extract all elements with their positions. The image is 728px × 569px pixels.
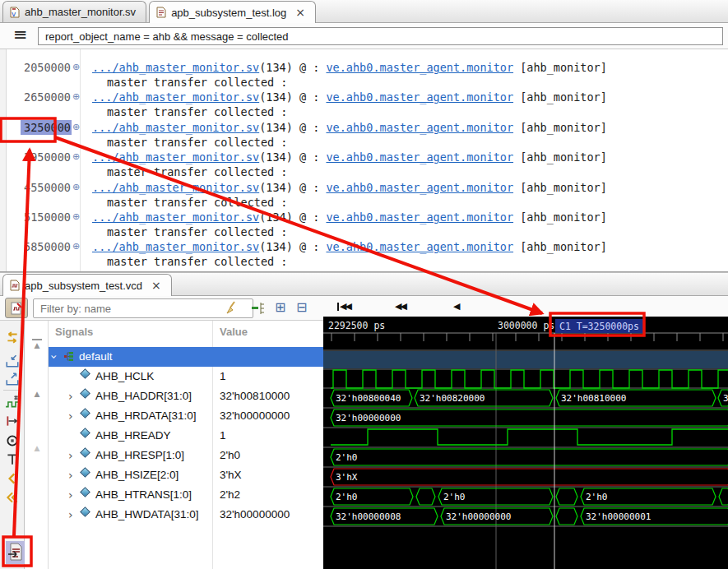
signal-name: AHB_HRESP[1:0] <box>95 449 184 461</box>
log-entry: 2650000⊕.../ahb_master_monitor.sv(134) @… <box>0 90 728 120</box>
zoom-out-icon[interactable] <box>5 372 20 386</box>
log-line: .../ahb_master_monitor.sv(134) @ : ve.ah… <box>92 181 607 194</box>
scope-link[interactable]: ve.ahb0.master_agent.monitor <box>326 181 513 194</box>
signal-name: AHB_HADDR[31:0] <box>95 390 192 402</box>
file-link[interactable]: .../ahb_master_monitor.sv <box>92 181 259 194</box>
tab-label: apb_subsystem_test.vcd <box>25 280 142 292</box>
zoom-fit-icon[interactable] <box>5 331 20 345</box>
file-link[interactable]: .../ahb_master_monitor.sv <box>92 240 259 253</box>
expand-entry-icon[interactable]: ⊕ <box>72 211 80 222</box>
expand-entry-icon[interactable]: ⊕ <box>72 122 80 132</box>
prev-page-icon[interactable] <box>5 490 20 505</box>
value-column-header[interactable]: Value <box>220 326 248 338</box>
cursor-tool-icon[interactable] <box>5 452 20 467</box>
log-timestamp[interactable]: 3250000 <box>21 120 72 135</box>
file-link[interactable]: .../ahb_master_monitor.sv <box>92 121 259 134</box>
signal-row[interactable]: ›AHB_HTRANS[1:0]2'h2 <box>49 485 323 505</box>
clear-filter-broom-icon[interactable] <box>224 300 239 320</box>
signal-filter-input[interactable] <box>33 298 253 318</box>
scroll-up-dim-icon[interactable]: ▲ <box>31 444 43 452</box>
file-link[interactable]: .../ahb_master_monitor.sv <box>92 90 259 104</box>
wave-settings-button[interactable] <box>5 298 28 318</box>
collapse-tree-icon[interactable] <box>250 300 267 320</box>
signal-value: 3'hX <box>220 469 242 481</box>
file-link[interactable]: .../ahb_master_monitor.sv <box>92 210 259 224</box>
chevron-down-icon[interactable]: › <box>49 354 61 359</box>
tab-ahb-master-monitor-sv[interactable]: v ahb_master_monitor.sv <box>2 1 146 22</box>
signal-row[interactable]: ›AHB_HRDATA[31:0]32'h00000000 <box>49 406 323 426</box>
scroll-up-icon[interactable]: ▲ <box>31 390 43 398</box>
log-timestamp[interactable]: 3950000 <box>21 150 72 164</box>
scope-link[interactable]: ve.ahb0.master_agent.monitor <box>326 61 513 74</box>
svg-text:v: v <box>12 10 16 18</box>
scope-link[interactable]: ve.ahb0.master_agent.monitor <box>326 210 513 224</box>
signal-icon <box>80 408 90 419</box>
log-line: .../ahb_master_monitor.sv(134) @ : ve.ah… <box>92 150 607 164</box>
line-ref: (134) @ : <box>259 121 326 134</box>
signal-row[interactable]: ›AHB_HSIZE[2:0]3'hX <box>49 465 323 485</box>
signal-row[interactable]: ›default <box>49 347 323 367</box>
signal-icon <box>80 368 90 379</box>
log-filter-input[interactable] <box>38 27 723 45</box>
fast-backward-icon[interactable]: ◀◀ <box>395 301 406 312</box>
signal-row[interactable]: ›AHB_HADDR[31:0]32'h00810000 <box>49 386 323 406</box>
monitor-tag: [ahb_monitor] <box>513 181 607 194</box>
signal-icon <box>80 388 90 399</box>
scroll-top-icon[interactable]: ▲ <box>31 339 43 349</box>
log-view[interactable]: 2050000⊕.../ahb_master_monitor.sv(134) @… <box>0 49 728 272</box>
waveform-canvas[interactable]: 2292500 ps3000000 ps32'h0080004032'h0082… <box>323 317 728 569</box>
svg-text:32'h00000000: 32'h00000000 <box>336 413 401 423</box>
close-icon[interactable]: × <box>295 7 305 18</box>
expand-all-icon[interactable]: ⊞ <box>275 298 285 317</box>
line-ref: (134) @ : <box>259 210 326 224</box>
chevron-right-icon[interactable]: › <box>68 488 73 502</box>
log-file-icon <box>156 7 166 18</box>
scope-link[interactable]: ve.ahb0.master_agent.monitor <box>326 240 513 253</box>
measure-icon[interactable] <box>5 414 20 428</box>
close-icon[interactable]: × <box>151 280 161 291</box>
svg-text:32'h00000001: 32'h00000001 <box>586 511 651 522</box>
tab-apb-subsystem-test-log[interactable]: apb_subsystem_test.log × <box>149 1 316 23</box>
tab-apb-subsystem-test-vcd[interactable]: apb_subsystem_test.vcd × <box>2 274 172 296</box>
goto-log-icon[interactable] <box>6 541 26 564</box>
signal-row[interactable]: AHB_HREADY1 <box>49 426 323 446</box>
monitor-tag: [ahb_monitor] <box>513 90 607 104</box>
prev-transition-icon[interactable] <box>5 471 20 486</box>
svg-text:32'h00820000: 32'h00820000 <box>420 393 485 404</box>
add-signal-icon[interactable] <box>5 395 20 409</box>
log-timestamp[interactable]: 5150000 <box>21 210 72 224</box>
signals-column-header[interactable]: Signals <box>55 326 93 338</box>
file-link[interactable]: .../ahb_master_monitor.sv <box>92 150 259 164</box>
expand-entry-icon[interactable]: ⊕ <box>72 62 80 72</box>
log-timestamp[interactable]: 2650000 <box>21 90 72 104</box>
scope-link[interactable]: ve.ahb0.master_agent.monitor <box>326 90 513 104</box>
menu-icon[interactable]: ≡ <box>13 25 28 44</box>
scope-link[interactable]: ve.ahb0.master_agent.monitor <box>326 121 513 134</box>
collapse-all-icon[interactable]: ⊟ <box>296 298 307 317</box>
signal-row[interactable]: ›AHB_HRESP[1:0]2'h0 <box>49 446 323 465</box>
goto-start-icon[interactable]: ◀◀ <box>337 301 350 312</box>
chevron-right-icon[interactable]: › <box>68 508 73 521</box>
scope-link[interactable]: ve.ahb0.master_agent.monitor <box>326 150 513 164</box>
expand-entry-icon[interactable]: ⊕ <box>72 241 80 252</box>
log-timestamp[interactable]: 4550000 <box>21 180 72 195</box>
search-circle-icon[interactable] <box>5 433 20 448</box>
chevron-right-icon[interactable]: › <box>68 409 73 423</box>
expand-entry-icon[interactable]: ⊕ <box>72 151 80 162</box>
log-timestamp[interactable]: 2050000 <box>21 60 72 75</box>
chevron-right-icon[interactable]: › <box>68 390 73 403</box>
log-line: .../ahb_master_monitor.sv(134) @ : ve.ah… <box>92 90 607 104</box>
zoom-in-icon[interactable] <box>5 354 20 368</box>
signal-icon <box>80 447 90 458</box>
file-link[interactable]: .../ahb_master_monitor.sv <box>92 61 259 74</box>
chevron-right-icon[interactable]: › <box>68 469 73 482</box>
signal-value: 1 <box>220 370 226 382</box>
cursor-time-label: C1 T=3250000ps <box>559 321 639 332</box>
expand-entry-icon[interactable]: ⊕ <box>72 182 80 192</box>
log-timestamp[interactable]: 5850000 <box>21 239 72 254</box>
expand-entry-icon[interactable]: ⊕ <box>72 91 80 102</box>
signal-row[interactable]: ›AHB_HWDATA[31:0]32'h00000000 <box>49 505 323 525</box>
chevron-right-icon[interactable]: › <box>68 449 73 462</box>
step-backward-icon[interactable]: ◀ <box>453 301 458 312</box>
signal-row[interactable]: AHB_HCLK1 <box>49 367 323 386</box>
